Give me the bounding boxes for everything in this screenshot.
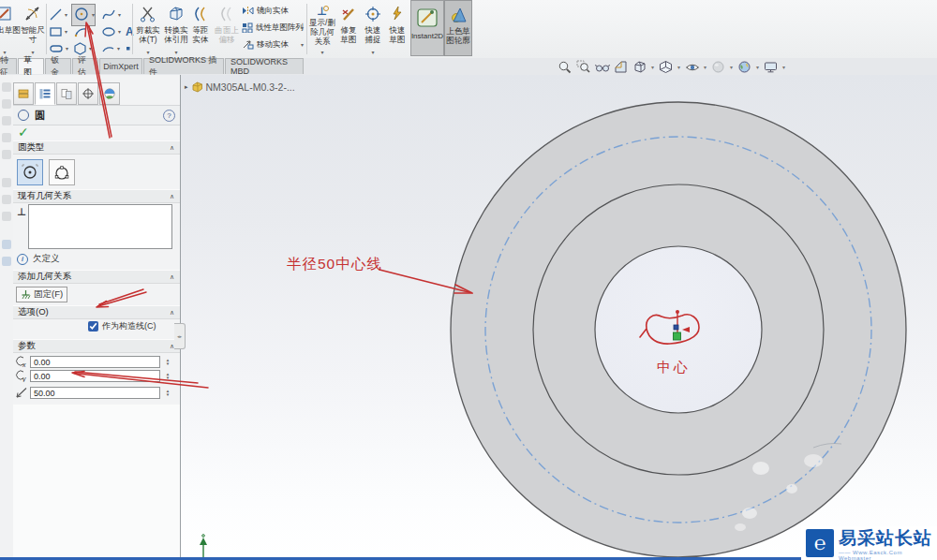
view-orientation-icon[interactable] bbox=[632, 60, 647, 75]
fix-relation-button[interactable]: 固定(F) bbox=[16, 287, 67, 302]
svg-text:y: y bbox=[22, 376, 26, 382]
repair-sketch-button[interactable]: 修复草图 bbox=[337, 0, 360, 56]
construction-line-checkbox-row: 作为构造线(C) bbox=[88, 320, 156, 332]
construction-line-checkbox[interactable] bbox=[88, 321, 98, 332]
center-circle-type-button[interactable] bbox=[17, 159, 43, 185]
tangent-arc-tool-button[interactable]: ▾ bbox=[101, 38, 126, 57]
construction-line-label: 作为构造线(C) bbox=[102, 320, 156, 332]
radius-input[interactable] bbox=[30, 387, 160, 399]
caret-icon[interactable]: ▾ bbox=[756, 64, 759, 70]
rapid-sketch-icon bbox=[389, 3, 406, 25]
caret-icon[interactable]: ▾ bbox=[730, 64, 733, 70]
line-tool-button[interactable]: ▾ bbox=[49, 5, 73, 23]
caret-icon[interactable]: ▾ bbox=[651, 64, 654, 70]
zoom-fit-icon[interactable] bbox=[557, 60, 573, 75]
spline-tool-button[interactable]: ▾ bbox=[101, 5, 126, 23]
inner-bore-circle[interactable] bbox=[595, 246, 762, 413]
circle-feature-icon bbox=[18, 110, 29, 121]
hide-show-items-icon[interactable] bbox=[684, 60, 700, 75]
scissors-icon bbox=[139, 3, 157, 25]
property-manager-tab[interactable] bbox=[35, 82, 55, 105]
y-spinner[interactable]: ▲▼ bbox=[163, 370, 172, 382]
rapid-sketch-button[interactable]: 快速草图 bbox=[386, 0, 409, 56]
quick-snaps-icon bbox=[364, 3, 381, 25]
section-add-relations[interactable]: 添加几何关系 ∧ bbox=[13, 270, 180, 284]
param-x-row: x ▲▼ bbox=[13, 356, 180, 368]
tab-dimxpert[interactable]: DimXpert bbox=[99, 58, 142, 74]
edit-appearance-icon[interactable] bbox=[710, 60, 726, 75]
convert-entities-button[interactable]: 转换实体引用 ▾ bbox=[163, 0, 189, 56]
spline-icon bbox=[101, 7, 116, 22]
toolbar-separator bbox=[46, 4, 47, 54]
dimxpert-manager-tab[interactable] bbox=[78, 82, 98, 105]
help-icon[interactable]: ? bbox=[163, 110, 175, 122]
radius-spinner[interactable]: ▲▼ bbox=[163, 387, 172, 399]
section-circle-type[interactable]: 圆类型 ∧ bbox=[13, 140, 180, 155]
panel-empty-area bbox=[13, 405, 180, 560]
command-manager-toolbar: 退出草图 ▾ 智能尺寸 ▾ ▾ ▾ ▾ bbox=[0, 0, 937, 59]
perimeter-circle-type-button[interactable] bbox=[49, 159, 75, 185]
shaded-sketch-contours-button[interactable]: 上色草图轮廓 bbox=[444, 0, 472, 56]
ghost-icon bbox=[2, 178, 11, 187]
view-settings-icon[interactable] bbox=[763, 60, 779, 75]
quick-snaps-button[interactable]: 快速捕捉 ▾ bbox=[362, 0, 384, 56]
caret-icon[interactable]: ▾ bbox=[704, 64, 706, 70]
property-manager-icon bbox=[38, 87, 52, 100]
tab-solidworks-addins[interactable]: SOLIDWORKS 插件 bbox=[143, 58, 224, 74]
linear-pattern-icon bbox=[242, 22, 253, 33]
ellipse-tool-button[interactable]: ▾ bbox=[101, 22, 126, 40]
tab-sheet-metal[interactable]: 钣金 bbox=[45, 58, 71, 74]
move-entities-button[interactable]: 移动实体 ▾ bbox=[242, 37, 304, 52]
offset-entities-button[interactable]: 等距实体 bbox=[189, 0, 212, 56]
trim-entities-button[interactable]: 剪裁实体(T) ▾ bbox=[134, 0, 162, 56]
display-delete-relations-button[interactable]: ⊥ 显示/删除几何关系 ▾ bbox=[309, 0, 335, 56]
x-spinner[interactable]: ▲▼ bbox=[163, 356, 172, 368]
instant2d-icon bbox=[416, 4, 439, 32]
ellipse-icon bbox=[101, 24, 116, 38]
smart-dimension-icon bbox=[23, 3, 42, 25]
ghost-icon bbox=[2, 116, 11, 125]
ok-check-button[interactable]: ✓ bbox=[18, 125, 29, 140]
tab-features[interactable]: 特征 bbox=[0, 58, 17, 74]
center-y-input[interactable] bbox=[30, 370, 160, 382]
caret-icon[interactable]: ▾ bbox=[782, 64, 785, 70]
relations-listbox[interactable] bbox=[28, 204, 172, 249]
section-parameters[interactable]: 参数 ∧ bbox=[13, 339, 180, 353]
section-options[interactable]: 选项(O) ∧ bbox=[13, 305, 180, 319]
model-view bbox=[181, 75, 937, 560]
panel-ok-row: ✓ bbox=[13, 124, 180, 141]
status-text: 欠定义 bbox=[33, 253, 60, 265]
display-style-icon[interactable] bbox=[658, 60, 674, 75]
linear-sketch-pattern-button[interactable]: 线性草图阵列 ▾ bbox=[242, 20, 304, 36]
arc-tool-button[interactable]: ▾ bbox=[73, 22, 97, 40]
tab-sketch[interactable]: 草图 bbox=[18, 58, 44, 74]
watermark-logo-icon: ℮ bbox=[806, 529, 834, 557]
center-x-input[interactable] bbox=[30, 356, 160, 368]
zoom-area-icon[interactable] bbox=[575, 60, 591, 75]
offset-on-surface-button: 曲面上偏移 bbox=[214, 0, 240, 56]
smart-dimension-button[interactable]: 智能尺寸 ▾ bbox=[19, 0, 47, 56]
rectangle-tool-button[interactable]: ▾ bbox=[49, 22, 73, 40]
feature-tree-icon bbox=[17, 87, 30, 100]
property-manager-panel: 圆 ? ✓ 圆类型 ∧ 现有几何关系 ∧ ⊥ i 欠定义 添加几何关系 ∧ bbox=[13, 75, 181, 560]
caret-icon[interactable]: ▾ bbox=[677, 64, 680, 70]
panel-splitter-handle[interactable]: ◂▸ bbox=[174, 323, 186, 349]
watermark-subtext: —— Www.Easck.Com Webmaster bbox=[839, 550, 937, 560]
ghost-icon bbox=[2, 257, 11, 266]
previous-view-icon[interactable] bbox=[594, 60, 610, 75]
tab-evaluate[interactable]: 评估 bbox=[72, 58, 98, 74]
graphics-area[interactable]: ▸ NM305AL-M0.3-2-... bbox=[181, 75, 937, 560]
feature-manager-tab[interactable] bbox=[13, 82, 34, 105]
mirror-entities-button[interactable]: 镜向实体 bbox=[242, 3, 304, 19]
tab-solidworks-mbd[interactable]: SOLIDWORKS MBD bbox=[225, 58, 304, 74]
instant2d-button[interactable]: Instant2D bbox=[410, 0, 444, 56]
move-entities-icon bbox=[242, 39, 254, 50]
perimeter-circle-icon bbox=[52, 163, 71, 182]
apply-scene-icon[interactable] bbox=[736, 60, 752, 75]
toolbar-separator bbox=[132, 4, 133, 54]
circle-tool-button[interactable]: ▾ bbox=[73, 5, 97, 23]
configuration-manager-tab[interactable] bbox=[56, 82, 77, 105]
display-manager-tab[interactable] bbox=[99, 82, 120, 105]
section-view-icon[interactable] bbox=[613, 60, 629, 75]
section-existing-relations[interactable]: 现有几何关系 ∧ bbox=[13, 189, 180, 203]
